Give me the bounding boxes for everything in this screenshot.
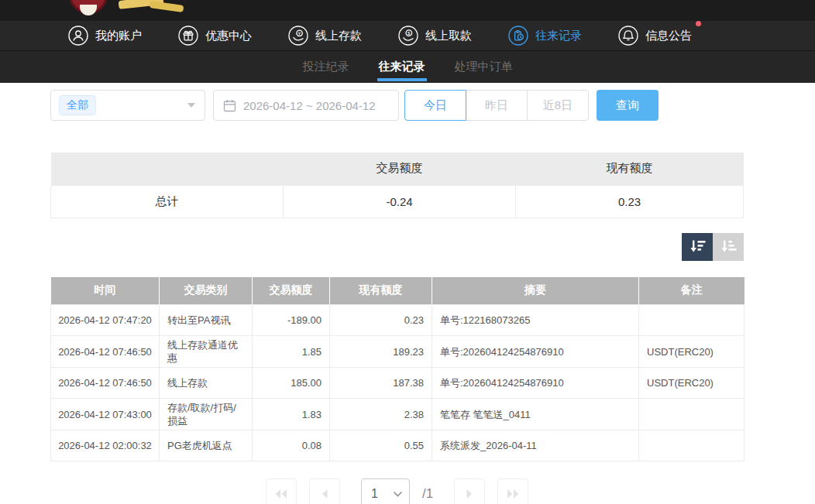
cell-summary: 笔笔存 笔笔送_0411 bbox=[432, 399, 639, 430]
search-button[interactable]: 查询 bbox=[597, 90, 659, 121]
filter-bar: 全部 2026-04-12 ~ 2026-04-12 今日 昨日 近8日 查询 bbox=[50, 90, 744, 121]
nav-label: 我的账户 bbox=[95, 29, 142, 43]
cell-type: PG老虎机返点 bbox=[160, 430, 253, 461]
user-icon bbox=[68, 26, 88, 46]
cell-summary: 单号:202604124254876910 bbox=[432, 368, 639, 399]
previous-page-button[interactable] bbox=[309, 478, 340, 504]
top-bar bbox=[0, 0, 815, 21]
nav-label: 信息公告 bbox=[645, 29, 692, 43]
cell-time: 2026-04-12 02:00:32 bbox=[51, 430, 160, 461]
cell-balance: 2.38 bbox=[330, 399, 432, 430]
cell-balance: 0.23 bbox=[330, 305, 432, 336]
nav-label: 优惠中心 bbox=[205, 29, 252, 43]
summary-balance-total: 0.23 bbox=[516, 185, 744, 218]
page-select[interactable]: 1 bbox=[361, 478, 410, 504]
nav-label: 线上存款 bbox=[315, 29, 362, 43]
cell-type: 转出至PA视讯 bbox=[160, 305, 253, 336]
cell-time: 2026-04-12 07:46:50 bbox=[51, 368, 160, 399]
today-button[interactable]: 今日 bbox=[404, 90, 466, 121]
nav-item-transaction-records[interactable]: 往来记录 bbox=[508, 26, 582, 46]
sort-ascending-button[interactable] bbox=[713, 233, 744, 261]
first-page-button[interactable] bbox=[266, 478, 297, 504]
double-chevron-left-icon bbox=[273, 488, 289, 500]
table-row: 2026-04-12 02:00:32 PG老虎机返点 0.08 0.55 系统… bbox=[51, 430, 745, 461]
records-icon bbox=[508, 26, 528, 46]
notification-dot-icon bbox=[696, 21, 701, 26]
current-page-value: 1 bbox=[371, 487, 378, 501]
cell-note: USDT(ERC20) bbox=[639, 368, 745, 399]
yesterday-button[interactable]: 昨日 bbox=[466, 90, 528, 121]
summary-transaction-total: -0.24 bbox=[284, 185, 516, 218]
table-row: 2026-04-12 07:46:50 线上存款通道优惠 1.85 189.23… bbox=[51, 336, 745, 368]
chevron-down-icon bbox=[187, 103, 195, 108]
cell-type: 线上存款 bbox=[160, 368, 253, 399]
quick-date-group: 今日 昨日 近8日 bbox=[404, 90, 589, 121]
nav-label: 线上取款 bbox=[425, 29, 472, 43]
nav-item-online-withdrawal[interactable]: $ 线上取款 bbox=[398, 26, 472, 46]
summary-total-row: 总计 -0.24 0.23 bbox=[51, 185, 744, 218]
pagination: 1 /1 bbox=[50, 478, 744, 504]
cell-summary: 系统派发_2026-04-11 bbox=[432, 430, 639, 461]
bell-icon bbox=[618, 26, 638, 46]
sub-nav: 投注纪录 往来记录 处理中订单 bbox=[0, 50, 815, 83]
table-row: 2026-04-12 07:46:50 线上存款 185.00 187.38 单… bbox=[51, 368, 745, 399]
cell-note: USDT(ERC20) bbox=[639, 336, 745, 368]
last-8-days-button[interactable]: 近8日 bbox=[527, 90, 589, 121]
svg-text:¥: ¥ bbox=[298, 30, 301, 36]
total-pages-label: /1 bbox=[422, 486, 433, 502]
type-select[interactable]: 全部 bbox=[50, 90, 205, 121]
site-logo[interactable] bbox=[50, 0, 190, 21]
tab-betting-records[interactable]: 投注纪录 bbox=[301, 51, 351, 83]
col-header-balance: 现有额度 bbox=[330, 277, 432, 305]
cell-balance: 187.38 bbox=[330, 368, 432, 399]
cell-type: 存款/取款/打码/损益 bbox=[160, 399, 253, 430]
svg-text:$: $ bbox=[408, 30, 411, 36]
cell-amount: 185.00 bbox=[253, 368, 330, 399]
sort-descending-icon bbox=[688, 238, 707, 255]
tab-transaction-records[interactable]: 往来记录 bbox=[377, 51, 427, 83]
cell-amount: -189.00 bbox=[253, 305, 330, 336]
nav-item-my-account[interactable]: 我的账户 bbox=[68, 26, 142, 46]
next-page-button[interactable] bbox=[454, 478, 485, 504]
col-header-time: 时间 bbox=[51, 277, 160, 305]
cell-type: 线上存款通道优惠 bbox=[160, 336, 253, 368]
date-range-value: 2026-04-12 ~ 2026-04-12 bbox=[243, 99, 376, 112]
last-page-button[interactable] bbox=[497, 478, 528, 504]
sort-ascending-icon bbox=[719, 238, 738, 255]
nav-item-announcements[interactable]: 信息公告 bbox=[618, 26, 692, 46]
sort-controls bbox=[50, 233, 744, 261]
sort-descending-button[interactable] bbox=[682, 233, 713, 261]
cell-balance: 0.55 bbox=[330, 430, 432, 461]
chevron-down-icon bbox=[393, 491, 403, 497]
tab-pending-orders[interactable]: 处理中订单 bbox=[453, 51, 514, 83]
selected-type-tag[interactable]: 全部 bbox=[59, 95, 96, 115]
active-tab-underline bbox=[377, 78, 427, 81]
cell-amount: 1.85 bbox=[253, 336, 330, 368]
summary-header-balance: 现有额度 bbox=[516, 153, 744, 185]
withdraw-icon: $ bbox=[398, 26, 418, 46]
cell-summary: 单号:122168073265 bbox=[432, 305, 639, 336]
cell-note bbox=[639, 430, 745, 461]
table-row: 2026-04-12 07:43:00 存款/取款/打码/损益 1.83 2.3… bbox=[51, 399, 745, 430]
col-header-summary: 摘要 bbox=[432, 277, 639, 305]
cell-summary: 单号:202604124254876910 bbox=[432, 336, 639, 368]
deposit-icon: ¥ bbox=[288, 26, 308, 46]
table-row: 2026-04-12 07:47:20 转出至PA视讯 -189.00 0.23… bbox=[51, 305, 745, 336]
nav-item-promo-center[interactable]: 优惠中心 bbox=[178, 26, 252, 46]
main-nav: 我的账户 优惠中心 ¥ 线上存款 $ 线上取款 bbox=[0, 21, 815, 50]
cell-note bbox=[639, 305, 745, 336]
col-header-type: 交易类别 bbox=[160, 277, 253, 305]
date-range-input[interactable]: 2026-04-12 ~ 2026-04-12 bbox=[213, 90, 399, 121]
summary-total-label: 总计 bbox=[51, 185, 284, 218]
nav-item-online-deposit[interactable]: ¥ 线上存款 bbox=[288, 26, 362, 46]
chevron-left-icon bbox=[319, 488, 330, 500]
cell-balance: 189.23 bbox=[330, 336, 432, 368]
summary-table: 交易额度 现有额度 总计 -0.24 0.23 bbox=[50, 153, 744, 218]
records-header-row: 时间 交易类别 交易额度 现有额度 摘要 备注 bbox=[51, 277, 745, 305]
cell-note bbox=[639, 399, 745, 430]
double-chevron-right-icon bbox=[505, 488, 521, 500]
cell-time: 2026-04-12 07:46:50 bbox=[51, 336, 160, 368]
cell-time: 2026-04-12 07:47:20 bbox=[51, 305, 160, 336]
cell-amount: 1.83 bbox=[253, 399, 330, 430]
summary-header-empty bbox=[51, 153, 284, 185]
